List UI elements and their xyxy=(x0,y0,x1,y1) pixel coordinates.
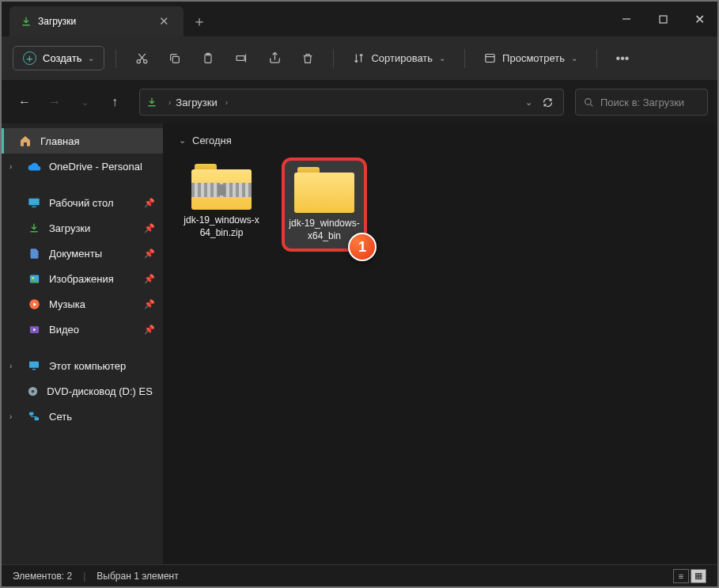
sidebar-item-documents[interactable]: Документы 📌 xyxy=(2,241,163,266)
tab-close-button[interactable]: ✕ xyxy=(156,14,172,28)
sidebar-label: Видео xyxy=(49,324,79,336)
recent-dropdown[interactable]: ⌄ xyxy=(71,89,98,116)
tab-downloads[interactable]: Загрузки ✕ xyxy=(9,6,184,36)
svg-point-19 xyxy=(32,389,35,393)
close-button[interactable]: ✕ xyxy=(681,2,717,36)
chevron-right-icon: › xyxy=(9,362,12,370)
sidebar-item-home[interactable]: Главная xyxy=(2,128,163,154)
view-toggle: ≡ ▦ xyxy=(673,569,706,583)
sidebar-item-pictures[interactable]: Изображения 📌 xyxy=(2,266,163,291)
sidebar-label: Главная xyxy=(40,135,79,147)
minimize-button[interactable] xyxy=(608,2,645,36)
download-icon xyxy=(27,221,41,235)
refresh-button[interactable] xyxy=(539,97,557,108)
pin-icon: 📌 xyxy=(144,324,155,335)
svg-rect-1 xyxy=(660,16,667,23)
chevron-right-icon: › xyxy=(168,98,171,107)
sidebar-item-downloads[interactable]: Загрузки 📌 xyxy=(2,215,163,241)
toolbar: + Создать ⌄ Сортировать ⌄ Просмотреть ⌄ … xyxy=(2,36,717,81)
status-bar: Элементов: 2 | Выбран 1 элемент ≡ ▦ xyxy=(2,564,717,586)
svg-point-9 xyxy=(585,98,592,104)
forward-button[interactable]: → xyxy=(41,89,68,116)
search-input[interactable]: Поиск в: Загрузки xyxy=(575,89,708,116)
search-placeholder: Поиск в: Загрузки xyxy=(600,97,684,108)
svg-rect-20 xyxy=(29,412,33,415)
view-button[interactable]: Просмотреть ⌄ xyxy=(476,47,585,69)
svg-rect-21 xyxy=(35,417,39,420)
details-view-button[interactable]: ≡ xyxy=(673,569,689,583)
sidebar-label: Сеть xyxy=(49,411,72,423)
sidebar-label: Документы xyxy=(49,248,102,260)
disc-icon xyxy=(27,384,39,398)
sidebar-item-network[interactable]: › Сеть xyxy=(2,404,163,429)
pictures-icon xyxy=(27,271,41,286)
file-grid: jdk-19_windows-x64_bin.zip jdk-19_window… xyxy=(179,157,702,252)
pin-icon: 📌 xyxy=(144,274,155,284)
group-header-today[interactable]: ⌄ Сегодня xyxy=(179,135,702,146)
file-item-zip[interactable]: jdk-19_windows-x64_bin.zip xyxy=(179,157,264,252)
pin-icon: 📌 xyxy=(144,299,155,309)
more-button[interactable]: ••• xyxy=(608,44,637,73)
window-controls: ✕ xyxy=(608,2,717,36)
share-button[interactable] xyxy=(260,44,289,73)
search-icon xyxy=(584,97,594,108)
file-name: jdk-19_windows-x64_bin.zip xyxy=(182,214,261,239)
create-button[interactable]: + Создать ⌄ xyxy=(13,46,104,70)
cut-button[interactable] xyxy=(127,44,156,73)
chevron-down-icon: ⌄ xyxy=(179,135,186,146)
icons-view-button[interactable]: ▦ xyxy=(691,569,706,583)
address-history-dropdown[interactable]: ⌄ xyxy=(525,97,532,108)
video-icon xyxy=(27,322,41,336)
chevron-down-icon: ⌄ xyxy=(439,54,445,63)
music-icon xyxy=(27,297,41,311)
chevron-right-icon: › xyxy=(225,98,228,107)
cloud-icon xyxy=(27,159,41,173)
create-label: Создать xyxy=(43,52,81,64)
sidebar-item-onedrive[interactable]: › OneDrive - Personal xyxy=(2,154,163,179)
sidebar-item-videos[interactable]: Видео 📌 xyxy=(2,317,163,342)
titlebar: Загрузки ✕ ＋ ✕ xyxy=(2,2,717,36)
selection-count: Выбран 1 элемент xyxy=(96,571,178,582)
download-icon xyxy=(146,97,157,108)
pin-icon: 📌 xyxy=(144,248,155,259)
sort-button[interactable]: Сортировать ⌄ xyxy=(345,47,453,69)
copy-button[interactable] xyxy=(161,44,189,73)
svg-point-13 xyxy=(32,277,34,279)
new-tab-button[interactable]: ＋ xyxy=(184,6,215,36)
svg-rect-11 xyxy=(32,207,36,207)
paste-button[interactable] xyxy=(194,44,222,73)
rename-button[interactable] xyxy=(227,44,255,73)
svg-rect-10 xyxy=(28,199,39,206)
address-bar[interactable]: › Загрузки › ⌄ xyxy=(139,89,564,116)
sidebar-label: Этот компьютер xyxy=(49,360,126,372)
sidebar-label: Музыка xyxy=(49,298,85,310)
item-count: Элементов: 2 xyxy=(13,571,72,582)
sort-label: Сортировать xyxy=(371,52,433,64)
computer-icon xyxy=(27,358,41,373)
nav-bar: ← → ⌄ ↑ › Загрузки › ⌄ Поиск в: Загрузки xyxy=(2,81,717,123)
sidebar-item-dvd[interactable]: DVD-дисковод (D:) ESD-IS xyxy=(2,378,163,404)
sidebar-item-thispc[interactable]: › Этот компьютер xyxy=(2,353,163,378)
file-pane[interactable]: ⌄ Сегодня jdk-19_windows-x64_bin.zip xyxy=(163,123,717,564)
sort-icon xyxy=(353,52,365,64)
file-item-folder[interactable]: jdk-19_windows-x64_bin 1 xyxy=(282,157,367,252)
tab-title: Загрузки xyxy=(38,16,149,27)
svg-rect-8 xyxy=(486,55,494,63)
breadcrumb-item[interactable]: Загрузки xyxy=(176,97,217,108)
maximize-button[interactable] xyxy=(645,2,681,36)
group-label: Сегодня xyxy=(192,135,232,146)
up-button[interactable]: ↑ xyxy=(101,89,128,116)
chevron-right-icon: › xyxy=(9,412,12,421)
desktop-icon xyxy=(27,195,41,210)
pin-icon: 📌 xyxy=(144,198,155,208)
home-icon xyxy=(18,134,32,148)
folder-icon xyxy=(294,167,354,213)
sidebar-label: DVD-дисковод (D:) ESD-IS xyxy=(47,385,153,397)
back-button[interactable]: ← xyxy=(11,89,38,116)
sidebar-label: Загрузки xyxy=(49,222,90,234)
chevron-down-icon: ⌄ xyxy=(571,54,577,63)
delete-button[interactable] xyxy=(293,44,322,73)
sidebar-item-desktop[interactable]: Рабочий стол 📌 xyxy=(2,190,163,215)
sidebar-label: OneDrive - Personal xyxy=(49,161,142,173)
sidebar-item-music[interactable]: Музыка 📌 xyxy=(2,291,163,317)
